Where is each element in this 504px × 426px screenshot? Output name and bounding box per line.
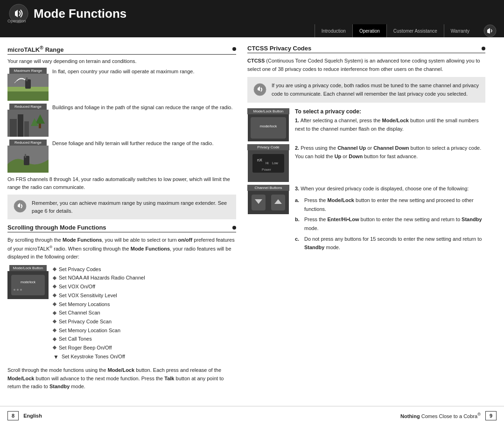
mode-lock-image: mode/lock <box>7 271 49 299</box>
select-privacy-heading-text: To select a privacy code: 1. After selec… <box>295 108 485 133</box>
scrolling-heading: Scrolling through Mode Functions <box>7 224 236 232</box>
nav-tab-operation[interactable]: Operation <box>352 24 386 37</box>
brand-reg: ® <box>477 412 481 417</box>
step3-label: Channel Buttons <box>247 185 289 191</box>
nav-tabs: Introduction Operation Customer Assistan… <box>315 23 504 38</box>
sub-step-a: a. Press the Mode/Lock button to enter t… <box>295 196 485 213</box>
ctcss-note-icon <box>253 83 267 97</box>
step1-image: mode/lock <box>248 114 289 141</box>
operation-label-left: Operation <box>7 19 26 23</box>
sub-step-b-label: b. <box>295 215 301 232</box>
scrolling-heading-dot <box>232 226 236 230</box>
bullet-3 <box>53 285 56 288</box>
select-heading: To select a privacy code: <box>295 108 485 115</box>
nav-tab-warranty[interactable]: Warranty <box>444 24 476 37</box>
bullet-2 <box>53 276 56 280</box>
mode-item-1-text: Set Privacy Codes <box>59 265 101 274</box>
svg-rect-5 <box>25 79 31 89</box>
svg-rect-3 <box>7 90 49 101</box>
page-number-right: 9 <box>485 411 497 420</box>
mode-item-9: Set Call Tones <box>53 335 145 343</box>
step2-label: Privacy Code <box>247 144 289 150</box>
sub-step-a-text: Press the Mode/Lock button to enter the … <box>304 196 485 213</box>
mode-item-8: Set Memory Location Scan <box>53 326 145 335</box>
mode-item-11: ▼Set Keystroke Tones On/Off <box>53 352 145 362</box>
heading-dot <box>232 47 236 51</box>
step1-label: Mode/Lock Button <box>247 108 289 114</box>
mode-item-2-text: Set NOAA All Hazards Radio Channel <box>59 273 145 282</box>
svg-rect-10 <box>24 121 29 137</box>
bullet-6 <box>53 311 56 314</box>
mode-list-section: Mode/Lock Button mode/lock <box>7 265 236 362</box>
sub-step-a-label: a. <box>295 196 301 213</box>
mode-item-8-text: Set Memory Location Scan <box>59 326 120 335</box>
page-footer: 8 English Nothing Comes Close to a Cobra… <box>0 406 504 425</box>
step3-text: 3. When your desired privacy code is dis… <box>295 185 485 193</box>
bullet-1 <box>53 267 56 271</box>
svg-text:mode/lock: mode/lock <box>260 124 277 128</box>
svg-rect-6 <box>26 77 28 81</box>
svg-text:Low: Low <box>272 161 279 165</box>
select-privacy-heading-row: Mode/Lock Button mode/lock To select a p… <box>247 108 485 141</box>
svg-text:nX: nX <box>257 158 262 162</box>
sub-step-c: c. Do not press any buttons for 15 secon… <box>295 235 485 252</box>
nav-tab-introduction[interactable]: Introduction <box>315 24 352 37</box>
sub-step-c-text: Do not press any buttons for 15 seconds … <box>304 235 485 252</box>
page-title: Mode Functions <box>34 7 126 21</box>
note-box-range: Remember, you can achieve maximum range … <box>7 195 236 219</box>
nav-tab-customer[interactable]: Customer Assistance <box>386 24 444 37</box>
reduced-range-label-2: Reduced Range <box>9 140 47 146</box>
svg-text:Hi: Hi <box>266 161 269 165</box>
bullet-10 <box>53 346 56 349</box>
max-range-text: In flat, open country your radio will op… <box>52 68 194 76</box>
bullet-7 <box>53 320 56 323</box>
mode-item-10: Set Roger Beep On/Off <box>53 343 145 352</box>
mode-item-4-text: Set VOX Sensitivity Level <box>59 291 117 300</box>
range-items: Maximum Range <box>7 68 236 173</box>
svg-point-23 <box>20 289 22 291</box>
mode-item-2: Set NOAA All Hazards Radio Channel <box>53 273 145 282</box>
bullet-5 <box>53 302 56 306</box>
step2-text: 2. Press using the Channel Up or Channel… <box>295 144 485 161</box>
max-range-label: Maximum Range <box>9 68 47 74</box>
svg-point-21 <box>14 289 15 291</box>
mode-item-11-text: Set Keystroke Tones On/Off <box>62 352 125 361</box>
scrolling-intro: By scrolling through the Mode Functions,… <box>7 236 236 261</box>
header-top: Operation Mode Functions <box>0 0 504 24</box>
left-column: microTALK® Range Your range will vary de… <box>7 45 236 391</box>
mode-item-9-text: Set Call Tones <box>59 335 92 343</box>
microTALK-heading: microTALK® Range <box>7 45 236 55</box>
step3-image <box>248 191 289 214</box>
brand-rest: Comes Close to a Cobra <box>420 413 478 419</box>
reduced-range-image-2 <box>7 146 49 173</box>
ctcss-heading: CTCSS Privacy Codes <box>247 45 485 53</box>
step1-text: 1. After selecting a channel, press the … <box>295 117 485 133</box>
mode-list: Set Privacy Codes Set NOAA All Hazards R… <box>53 265 145 362</box>
footer-left: 8 English <box>7 411 42 420</box>
reduced-range-label-1: Reduced Range <box>9 104 47 110</box>
mode-item-7: Set Privacy Code Scan <box>53 317 145 326</box>
nav-bar: Introduction Operation Customer Assistan… <box>0 24 504 37</box>
sub-step-b: b. Press the Enter/Hi•Low button to ente… <box>295 215 485 232</box>
ctcss-intro: CTCSS (Continuous Tone Coded Squelch Sys… <box>247 57 485 73</box>
mode-item-10-text: Set Roger Beep On/Off <box>59 343 112 352</box>
main-content: microTALK® Range Your range will vary de… <box>0 37 504 398</box>
page-number-left: 8 <box>7 411 19 420</box>
microTALK-heading-text: microTALK® Range <box>7 45 63 53</box>
language-label: English <box>23 413 42 419</box>
brand-text: Nothing Comes Close to a Cobra® <box>400 412 481 419</box>
range-item-3: Reduced Range Dense foliage and hilly te… <box>7 140 236 173</box>
ctcss-note-text: If you are using a privacy code, both ra… <box>272 82 480 98</box>
nav-icon <box>476 23 504 38</box>
mode-item-6: Set Channel Scan <box>53 308 145 317</box>
ctcss-heading-dot <box>482 47 485 50</box>
microTALK-intro: Your range will vary depending on terrai… <box>7 58 236 64</box>
frs-note: On FRS channels 8 through 14, your radio… <box>7 175 236 191</box>
bullet-11: ▼ <box>53 352 59 362</box>
mode-item-4: Set VOX Sensitivity Level <box>53 291 145 300</box>
svg-rect-15 <box>24 156 29 165</box>
sub-step-c-label: c. <box>295 235 301 252</box>
range-item-2: Reduced Range <box>7 104 236 137</box>
reg-mark: ® <box>40 45 43 50</box>
svg-point-22 <box>17 289 19 291</box>
